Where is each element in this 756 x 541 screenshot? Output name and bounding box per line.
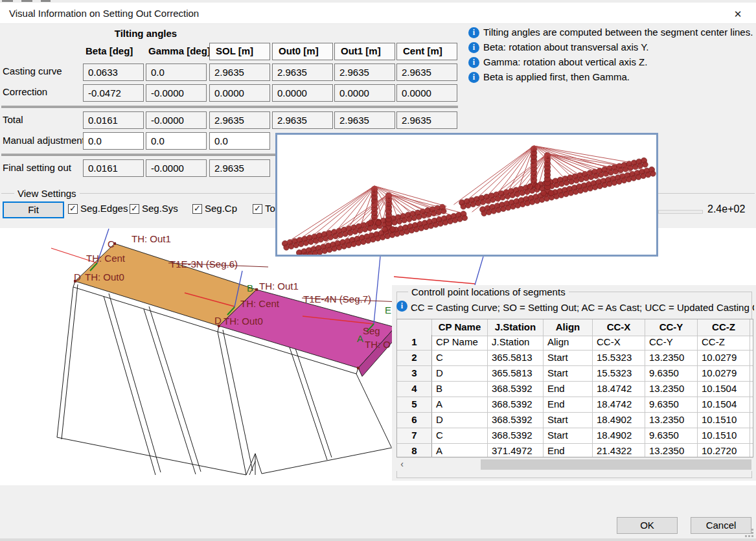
cp-cell[interactable]: A: [432, 444, 488, 457]
svg-text:TH: Out1: TH: Out1: [132, 233, 171, 244]
info-icon: i: [468, 27, 479, 38]
cp-cell[interactable]: 371.4972: [488, 444, 544, 457]
cp-cell[interactable]: A: [432, 397, 488, 413]
note-text: Beta is applied first, then Gamma.: [483, 71, 630, 82]
cp-cell[interactable]: 10.1510: [698, 428, 750, 444]
cp-cell[interactable]: CC-Y: [645, 335, 698, 351]
cp-cell[interactable]: 15.5323: [593, 366, 645, 382]
tilting-cell: 0.0161: [83, 159, 144, 177]
cp-group-label: Controll point locations of segments: [408, 286, 569, 297]
cp-cell[interactable]: CC-X: [593, 335, 645, 351]
checkbox-label: To: [265, 203, 275, 214]
cp-cell[interactable]: 10.0279: [698, 351, 750, 366]
resize-grip[interactable]: [745, 529, 754, 538]
fit-button[interactable]: Fit: [3, 201, 64, 218]
svg-text:TH: Cent: TH: Cent: [86, 253, 126, 264]
checkbox-seg-cp[interactable]: ✓: [192, 204, 202, 214]
cp-header-cell: CC-Z: [698, 319, 750, 336]
tilting-cell: 2.9635: [272, 63, 333, 81]
cp-cell[interactable]: 368.5392: [488, 397, 544, 413]
cp-cell: [750, 335, 753, 351]
close-button[interactable]: ✕: [724, 5, 751, 23]
tilting-cell[interactable]: 0.0: [83, 132, 144, 150]
cp-cell[interactable]: CC-Z: [698, 335, 750, 351]
svg-text:TH: Out0: TH: Out0: [223, 316, 263, 327]
cp-cell[interactable]: Start: [544, 351, 593, 366]
cp-header-cell: CC-Y: [645, 319, 698, 336]
cp-cell[interactable]: Start: [544, 366, 593, 382]
svg-text:D: D: [214, 315, 222, 326]
cp-cell[interactable]: 18.4742: [593, 397, 645, 413]
cp-cell[interactable]: D: [432, 413, 488, 428]
cp-info-text: CC = Casting Curve; SO = Setting Out; AC…: [411, 302, 754, 313]
scale-slider[interactable]: [658, 210, 703, 214]
cancel-button[interactable]: Cancel: [691, 517, 751, 534]
window-title: Visual Information on Setting Out Correc…: [9, 8, 199, 19]
tilting-row-label: Manual adjustment: [3, 135, 85, 146]
cp-cell[interactable]: 368.5392: [488, 382, 544, 397]
cp-cell[interactable]: 10.0279: [698, 366, 750, 382]
cp-cell[interactable]: 9.6350: [645, 366, 698, 382]
cp-cell[interactable]: 365.5813: [488, 366, 544, 382]
cp-cell[interactable]: End: [544, 444, 593, 457]
cp-cell[interactable]: B: [432, 382, 488, 397]
cp-cell[interactable]: 10.1504: [698, 382, 750, 397]
cp-header-cell: J.Station: [488, 319, 544, 336]
tilting-column-header: Out0 [m]: [272, 43, 333, 60]
cp-cell[interactable]: 9.6350: [645, 397, 698, 413]
cp-cell[interactable]: Start: [544, 413, 593, 428]
cp-row-number: 7: [397, 428, 432, 444]
svg-text:TH: Cent: TH: Cent: [240, 298, 280, 309]
cp-cell[interactable]: C: [432, 428, 488, 444]
cp-cell[interactable]: Align: [544, 335, 593, 351]
scroll-thumb[interactable]: [481, 459, 751, 470]
cp-cell[interactable]: 13.2350: [645, 351, 698, 366]
cp-cell[interactable]: 21.4322: [593, 444, 645, 457]
cp-cell[interactable]: 18.4902: [593, 413, 645, 428]
tilting-column-header: Gamma [deg]: [148, 45, 211, 56]
cp-cell: [750, 413, 753, 428]
cp-cell[interactable]: 15.5323: [593, 351, 645, 366]
svg-text:TH: Out0: TH: Out0: [85, 271, 124, 282]
ok-button[interactable]: OK: [617, 517, 678, 534]
cp-cell[interactable]: 368.5392: [488, 413, 544, 428]
cp-cell[interactable]: CP Name: [432, 335, 488, 351]
tilting-cell: -0.0000: [146, 84, 207, 102]
cp-cell[interactable]: C: [432, 351, 488, 366]
svg-text:D: D: [74, 271, 81, 282]
scale-value: 2.4e+02: [707, 203, 745, 215]
cp-cell[interactable]: 13.2350: [645, 382, 698, 397]
cp-cell[interactable]: 10.1504: [698, 397, 750, 413]
cp-cell[interactable]: J.Station: [488, 335, 544, 351]
cp-cell[interactable]: 365.5813: [488, 351, 544, 366]
cp-cell[interactable]: 13.2350: [645, 444, 698, 457]
separator: [1, 154, 275, 157]
tilting-cell[interactable]: 0.0: [209, 132, 270, 150]
cp-cell[interactable]: 10.1510: [698, 413, 750, 428]
cp-hscrollbar[interactable]: ‹: [396, 457, 753, 471]
checkbox-to[interactable]: ✓: [253, 204, 262, 214]
cp-table: CP NameJ.StationAlignCC-XCC-YCC-Z1CP Nam…: [396, 319, 753, 457]
cp-cell[interactable]: 13.2350: [645, 413, 698, 428]
tilting-cell: -0.0000: [146, 159, 207, 177]
background-window-fragment: [21, 0, 32, 2]
cp-cell[interactable]: 18.4902: [593, 428, 645, 444]
checkbox-seg-edges[interactable]: ✓: [68, 204, 78, 214]
tilting-row-label: Correction: [3, 86, 47, 97]
checkbox-seg-sys[interactable]: ✓: [130, 204, 139, 214]
cp-cell[interactable]: End: [544, 382, 593, 397]
svg-text:E: E: [385, 305, 391, 316]
cp-cell[interactable]: 368.5392: [488, 428, 544, 444]
cp-cell[interactable]: Start: [544, 428, 593, 444]
scroll-left-button[interactable]: ‹: [396, 458, 407, 471]
cp-cell[interactable]: End: [544, 397, 593, 413]
tilting-cell[interactable]: 0.0: [146, 132, 207, 150]
svg-text:C: C: [108, 238, 115, 249]
cp-cell[interactable]: 9.6350: [645, 428, 698, 444]
overview-inset: [275, 133, 658, 257]
close-icon: ✕: [734, 8, 742, 19]
cp-cell[interactable]: 10.2720: [698, 444, 750, 457]
cp-cell[interactable]: 18.4742: [593, 382, 645, 397]
cp-cell[interactable]: D: [432, 366, 488, 382]
view-settings-label: View Settings: [14, 188, 80, 199]
